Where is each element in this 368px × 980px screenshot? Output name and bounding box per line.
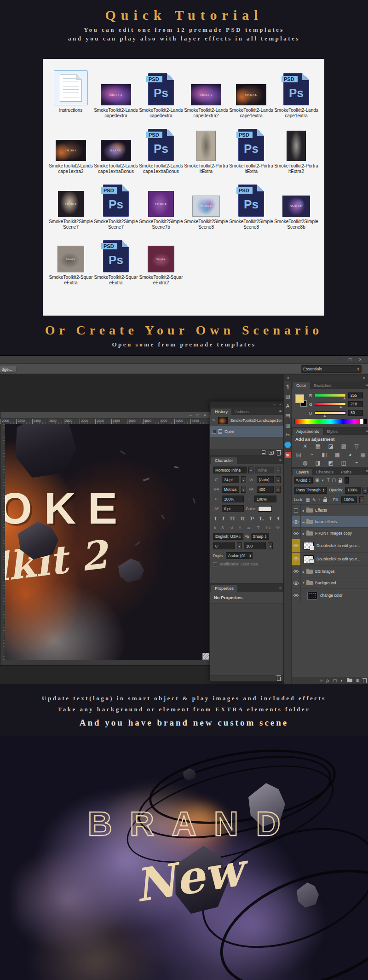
panel-menu-icon[interactable]: ≡	[279, 409, 282, 413]
tab-character[interactable]: Character	[211, 457, 237, 464]
adjustment-icon[interactable]: ☀	[300, 443, 310, 450]
workspace-switcher[interactable]: Essentials	[301, 365, 362, 373]
ordinals-button[interactable]: 1st	[265, 525, 270, 530]
adjustment-icon[interactable]: ▦	[313, 443, 322, 450]
adjustment-icon[interactable]: ◧	[320, 451, 329, 458]
file-item[interactable]: Smoke SmokeToolkit2-SquareExtra	[48, 234, 93, 286]
layer-row-smart-object[interactable]: Doubleclick to edit your...	[292, 539, 368, 553]
font-style-dropdown-icon[interactable]	[276, 467, 281, 473]
lock-all-icon[interactable]	[323, 499, 327, 502]
close-button[interactable]: ×	[359, 357, 362, 362]
horizontal-scale-input[interactable]: 100%	[254, 496, 276, 502]
panel-menu-icon[interactable]: ≡	[279, 457, 282, 462]
baseline-shift-input[interactable]: 0 pt	[222, 505, 244, 512]
green-value[interactable]: 218	[348, 401, 363, 407]
green-slider[interactable]	[315, 403, 346, 406]
panel-menu-icon[interactable]: ≡	[279, 585, 282, 590]
expand-panels-icon[interactable]: »	[363, 376, 365, 380]
justification-input[interactable]: 100	[244, 542, 266, 549]
eye-icon[interactable]	[293, 520, 299, 524]
red-value[interactable]: 255	[348, 392, 363, 398]
white-chip[interactable]	[360, 419, 363, 424]
tab-channels[interactable]: Channels	[312, 469, 337, 475]
file-item[interactable]: Smoke SmokeToolkit2-SquareExtra2	[138, 234, 184, 286]
panel-menu-icon[interactable]: ≡	[366, 469, 368, 473]
file-item[interactable]: SMOKE SmokeToolkit2SimpleScene8	[184, 178, 229, 230]
panel-shortcut-icon[interactable]: ▧	[285, 393, 290, 399]
new-document-from-state-icon[interactable]	[262, 450, 265, 455]
collapse-panels-icon[interactable]: «	[287, 376, 289, 380]
vertical-scale-input[interactable]: 100%	[222, 496, 244, 502]
adjustment-icon[interactable]: ▩	[333, 451, 342, 458]
filter-toggle[interactable]	[345, 477, 349, 484]
adjustment-layer-icon[interactable]: ◐	[340, 678, 343, 683]
layer-row-basic-effects[interactable]: ▶ basic effects	[292, 516, 368, 528]
leading-dropdown-icon[interactable]	[276, 476, 281, 483]
smart-object-thumbnail[interactable]	[304, 542, 314, 550]
doc-restore-button[interactable]: □	[196, 414, 199, 417]
panel-menu-icon[interactable]: ≡	[366, 382, 368, 387]
tab-layers[interactable]: Layers	[293, 469, 312, 475]
file-item[interactable]: SmokeToolkit2-PortraitExtra	[184, 122, 229, 174]
layer-mask-icon[interactable]: ▢	[333, 678, 337, 683]
history-brush-icon[interactable]: ✎	[212, 418, 216, 423]
adjustment-icon[interactable]: ▨	[339, 443, 348, 450]
kerning-dropdown-icon[interactable]	[241, 486, 246, 493]
adjustment-icon[interactable]: ◕	[345, 451, 355, 458]
filter-pixel-layers-icon[interactable]: ▣	[315, 478, 319, 483]
adjustment-icon[interactable]: ▦	[358, 451, 368, 458]
lock-transparency-icon[interactable]: ▦	[305, 497, 310, 502]
file-item[interactable]: PSDPs SmokeToolkit2-Landscape1extra	[274, 67, 319, 119]
justification-alternates-checkbox[interactable]	[213, 562, 217, 566]
doc-close-button[interactable]: ×	[204, 414, 206, 417]
smart-object-thumbnail[interactable]	[304, 555, 314, 563]
minimize-button[interactable]: –	[339, 357, 342, 362]
fill-dropdown-icon[interactable]	[359, 496, 364, 503]
file-item[interactable]: SMOKE SmokeToolkit2SimpleScene7b	[138, 178, 184, 230]
file-item[interactable]: PSDPs SmokeToolkit2SimpleScene8	[229, 178, 274, 230]
slider-thumb[interactable]	[339, 406, 342, 408]
file-item[interactable]: SMOKE SmokeToolkit2SimpleScene8b	[274, 178, 319, 230]
libraries-icon[interactable]	[284, 442, 291, 448]
blend-mode-select[interactable]: Pass Through	[294, 487, 327, 494]
text-color-swatch[interactable]	[258, 506, 272, 512]
opacity-input[interactable]: 100%	[345, 487, 361, 494]
black-chip[interactable]	[363, 419, 367, 424]
layer-thumbnail[interactable]	[307, 592, 317, 600]
file-item[interactable]: PSDPs SmokeToolkit2-Landscape1extraBonus	[138, 122, 184, 174]
file-item[interactable]: SMOKE SmokeToolkit2SimpleScene7	[48, 178, 93, 230]
color-spectrum-ramp[interactable]	[294, 419, 367, 424]
bridge-button-partial[interactable]: dge...	[0, 366, 17, 373]
file-item[interactable]: Smoke 2 SmokeToolkit2-Landscape0extra	[93, 67, 138, 119]
kashida-input[interactable]: 0	[213, 542, 235, 549]
file-item[interactable]: SMOKE SmokeToolkit2-Landscape1extra	[229, 67, 274, 119]
visibility-checkbox[interactable]	[294, 508, 298, 513]
slider-thumb[interactable]	[343, 397, 346, 399]
filter-kind-dropdown[interactable]: Kind	[294, 477, 313, 484]
tab-color[interactable]: Color	[293, 382, 310, 389]
file-item[interactable]: Smoke 2 SmokeToolkit2-Landscape0extra2	[184, 67, 229, 119]
faux-italic-button[interactable]: T	[222, 516, 224, 521]
eye-icon[interactable]	[293, 532, 299, 535]
blue-slider[interactable]	[315, 411, 346, 415]
history-state-row[interactable]: Open	[210, 426, 283, 437]
underline-button[interactable]: T	[269, 516, 272, 521]
layer-row-effects[interactable]: ▶ Effects	[292, 505, 368, 516]
filter-shape-layers-icon[interactable]: ▢	[332, 478, 336, 483]
new-group-icon[interactable]	[347, 679, 352, 682]
expand-triangle-icon[interactable]: ▶	[301, 532, 306, 535]
font-size-input[interactable]: 24 pt	[222, 476, 239, 483]
swash-button[interactable]: A	[239, 525, 242, 530]
tracking-input[interactable]: 400	[257, 486, 274, 493]
expand-triangle-icon[interactable]: ▶	[301, 570, 306, 573]
history-snapshot-row[interactable]: ✎ SmokeToolkit2-Landscape1ex...	[210, 415, 283, 426]
filter-adjustment-layers-icon[interactable]: ◐	[322, 478, 324, 483]
close-icon[interactable]: ×	[279, 403, 281, 406]
justification-dropdown-icon[interactable]	[268, 542, 273, 549]
kerning-input[interactable]: Metrics	[222, 486, 239, 493]
eye-icon[interactable]	[293, 594, 299, 597]
blue-value[interactable]: 80	[348, 410, 363, 416]
adjustment-icon[interactable]: ◔	[307, 451, 316, 458]
antialias-select[interactable]: Sharp	[251, 533, 269, 540]
file-item[interactable]: PSDPs SmokeToolkit2SimpleScene7	[93, 178, 138, 230]
